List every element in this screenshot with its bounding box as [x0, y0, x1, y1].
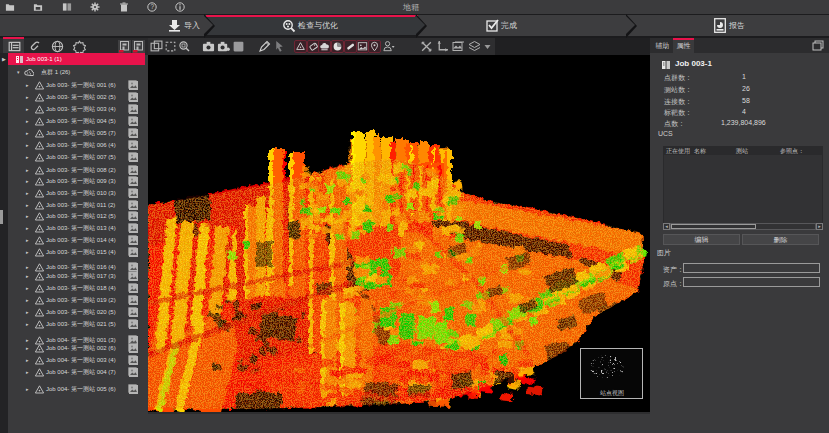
- svg-text:?: ?: [150, 3, 154, 10]
- svg-text:站点视图: 站点视图: [600, 389, 624, 397]
